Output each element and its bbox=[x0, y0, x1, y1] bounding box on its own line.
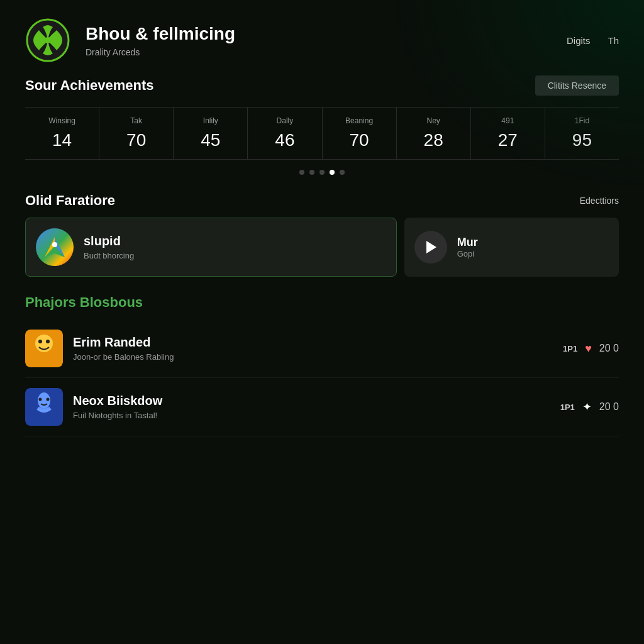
player-tag: 1P1 bbox=[563, 344, 577, 353]
player-subtitle: Joon-or be Balones Rabiing bbox=[73, 352, 553, 362]
svg-point-10 bbox=[46, 340, 50, 343]
nav-item-th[interactable]: Th bbox=[608, 35, 619, 46]
stat-value: 28 bbox=[402, 130, 465, 150]
stat-item: Ney 28 bbox=[397, 108, 471, 159]
pagination-dots bbox=[25, 170, 619, 175]
game-card-title: slupid bbox=[84, 234, 134, 248]
stat-value: 14 bbox=[30, 130, 94, 150]
stat-item: Inlily 45 bbox=[174, 108, 248, 159]
stats-grid: Winsing 14 Tak 70 Inlily 45 Dally 46 Bea… bbox=[25, 107, 619, 160]
game-card[interactable]: slupid Budt bhorcing bbox=[25, 218, 397, 277]
media-card[interactable]: Mur Gopi bbox=[404, 218, 619, 277]
play-button[interactable] bbox=[414, 231, 447, 264]
stat-label: 1Fid bbox=[550, 116, 614, 125]
player-tag: 1P1 bbox=[560, 402, 575, 412]
heart-icon: ♥ bbox=[585, 342, 592, 355]
svg-point-2 bbox=[45, 37, 51, 43]
svg-point-13 bbox=[39, 398, 42, 401]
achievements-title: Sour Achievements bbox=[25, 77, 154, 94]
media-info: Mur Gopi bbox=[457, 236, 478, 258]
pagination-dot[interactable] bbox=[319, 170, 325, 175]
media-title: Mur bbox=[457, 236, 478, 249]
player-info: Neox Biiskdow Fuil Niotoghts in Tastal! bbox=[73, 394, 550, 420]
game-card-icon bbox=[36, 228, 74, 266]
stat-label: Beaning bbox=[328, 116, 391, 125]
nav-item-digits[interactable]: Digits bbox=[567, 35, 591, 46]
game-card-info: slupid Budt bhorcing bbox=[84, 234, 134, 260]
game-card-subtitle: Budt bhorcing bbox=[84, 251, 134, 260]
player-meta: 1P1 ♥ 20 0 bbox=[563, 342, 619, 355]
achievements-header: Sour Achievements Clitits Resence bbox=[25, 75, 619, 96]
svg-point-6 bbox=[52, 242, 57, 247]
stat-value: 70 bbox=[104, 130, 168, 150]
media-subtitle: Gopi bbox=[457, 249, 478, 258]
pagination-dot[interactable] bbox=[340, 170, 345, 175]
stat-item: Dally 46 bbox=[248, 108, 322, 159]
header-nav: Digits Th bbox=[567, 35, 619, 46]
player-item[interactable]: Neox Biiskdow Fuil Niotoghts in Tastal! … bbox=[25, 378, 619, 436]
players-section: Phajors Blosbous Erim Randed Joon-or be … bbox=[0, 294, 644, 436]
stat-label: Winsing bbox=[30, 116, 94, 125]
player-score: 20 0 bbox=[599, 401, 619, 413]
stat-value: 27 bbox=[476, 130, 540, 150]
stat-label: 491 bbox=[476, 116, 540, 125]
achievements-section: Sour Achievements Clitits Resence Winsin… bbox=[0, 75, 644, 175]
pagination-dot[interactable] bbox=[299, 170, 304, 175]
pagination-dot[interactable] bbox=[309, 170, 314, 175]
stat-label: Inlily bbox=[179, 116, 242, 125]
app-title: Bhou & fellmicing bbox=[86, 23, 567, 45]
star-icon: ✦ bbox=[582, 400, 592, 414]
player-avatar bbox=[25, 388, 63, 426]
stat-value: 45 bbox=[179, 130, 242, 150]
achievements-button[interactable]: Clitits Resence bbox=[535, 75, 619, 96]
stat-item: 491 27 bbox=[471, 108, 545, 159]
stat-value: 95 bbox=[550, 130, 614, 150]
stat-label: Ney bbox=[402, 116, 465, 125]
svg-point-14 bbox=[47, 398, 50, 401]
players-highlight: Blosbous bbox=[80, 294, 143, 310]
app-header: Bhou & fellmicing Drality Arceds Digits … bbox=[0, 0, 644, 75]
favorites-header: Olid Faratiore Edecttiors bbox=[25, 192, 619, 209]
svg-point-9 bbox=[38, 340, 42, 343]
player-list: Erim Randed Joon-or be Balones Rabiing 1… bbox=[25, 319, 619, 436]
stat-item: 1Fid 95 bbox=[545, 108, 619, 159]
app-subtitle: Drality Arceds bbox=[86, 47, 567, 57]
stat-value: 70 bbox=[328, 130, 391, 150]
stat-label: Dally bbox=[253, 116, 316, 125]
favorites-section: Olid Faratiore Edecttiors slupid Budt bh… bbox=[0, 192, 644, 277]
header-text-block: Bhou & fellmicing Drality Arceds bbox=[86, 23, 567, 57]
player-subtitle: Fuil Niotoghts in Tastal! bbox=[73, 411, 550, 420]
favorites-link[interactable]: Edecttiors bbox=[580, 196, 619, 206]
xbox-logo bbox=[25, 18, 70, 63]
player-name: Neox Biiskdow bbox=[73, 394, 550, 408]
player-item[interactable]: Erim Randed Joon-or be Balones Rabiing 1… bbox=[25, 319, 619, 378]
stat-item: Tak 70 bbox=[99, 108, 174, 159]
player-name: Erim Randed bbox=[73, 335, 553, 350]
player-score: 20 0 bbox=[599, 343, 619, 354]
stat-label: Tak bbox=[104, 116, 168, 125]
play-icon bbox=[426, 241, 436, 253]
favorites-title: Olid Faratiore bbox=[25, 192, 115, 209]
player-info: Erim Randed Joon-or be Balones Rabiing bbox=[73, 335, 553, 362]
stat-item: Winsing 14 bbox=[25, 108, 99, 159]
stat-value: 46 bbox=[253, 130, 316, 150]
player-meta: 1P1 ✦ 20 0 bbox=[560, 400, 619, 414]
cards-row: slupid Budt bhorcing Mur Gopi bbox=[25, 218, 619, 277]
stat-item: Beaning 70 bbox=[323, 108, 397, 159]
pagination-dot[interactable] bbox=[330, 170, 335, 175]
players-title: Phajors Blosbous bbox=[25, 294, 619, 311]
player-avatar bbox=[25, 330, 63, 367]
